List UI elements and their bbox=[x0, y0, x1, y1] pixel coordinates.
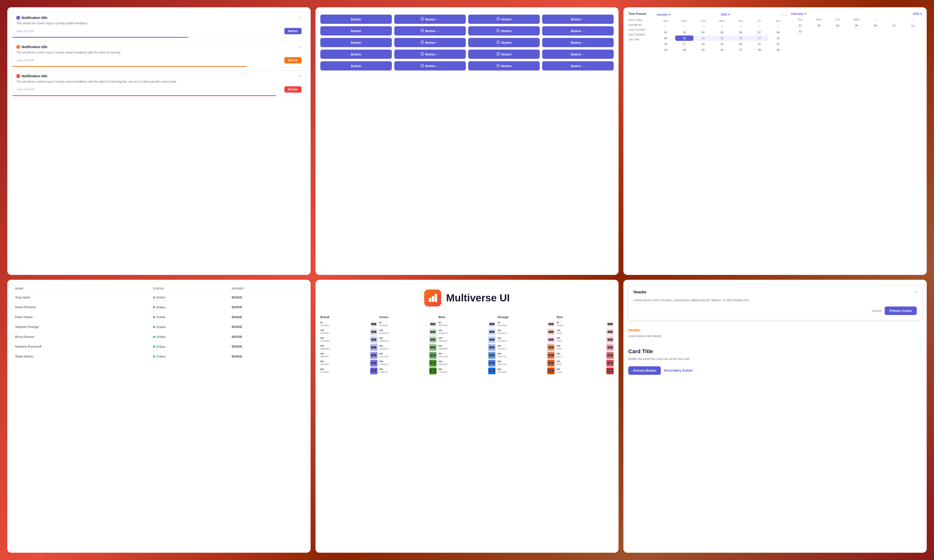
calendar-day[interactable]: 02 bbox=[810, 23, 828, 28]
notif-body: This should be a brief copy to convey sy… bbox=[16, 80, 302, 84]
notif-close-btn[interactable]: × bbox=[299, 16, 301, 20]
button-item[interactable]: Button → bbox=[542, 49, 613, 59]
color-swatch: 600 #1570EB AAA bbox=[439, 368, 496, 374]
swatch-info: 300 #F4A... bbox=[556, 345, 564, 350]
calendar-day[interactable]: 03 bbox=[829, 23, 847, 28]
calendar-day[interactable]: 09 bbox=[657, 35, 675, 41]
button-item[interactable]: Button → bbox=[542, 26, 613, 35]
calendar-day[interactable]: 19 bbox=[713, 41, 731, 47]
aaa-badge: AAA bbox=[489, 362, 495, 364]
calendar-day[interactable]: 14 bbox=[751, 35, 769, 41]
button-item[interactable]: ⓘ Button → bbox=[394, 26, 466, 35]
button-item[interactable]: Button bbox=[321, 49, 392, 59]
logo-section: Multiverse UI bbox=[321, 285, 614, 311]
left-month-selector[interactable]: January ▾ bbox=[657, 13, 670, 16]
card-primary-button[interactable]: Primary Button bbox=[628, 366, 661, 375]
calendar-day[interactable]: 10 bbox=[675, 35, 694, 41]
button-item[interactable]: Button → bbox=[542, 38, 613, 47]
right-month-selector[interactable]: February ▾ bbox=[791, 12, 806, 15]
button-item[interactable]: ⓘ Button bbox=[468, 49, 540, 59]
time-preset-item[interactable]: Last 3 months bbox=[628, 27, 653, 32]
calendar-day[interactable]: 27 bbox=[732, 47, 750, 52]
calendar-day[interactable]: 12 bbox=[713, 35, 731, 41]
button-item[interactable]: ⓘ Button → bbox=[394, 61, 466, 71]
button-item[interactable]: Button bbox=[321, 38, 392, 47]
notif-action-btn[interactable]: Button bbox=[284, 28, 302, 34]
card-secondary-button[interactable]: Secondary Action bbox=[664, 368, 693, 372]
calendar-day[interactable]: 12 bbox=[791, 29, 809, 34]
calendar-day[interactable]: 17 bbox=[675, 41, 694, 47]
calendar-day[interactable]: 28 bbox=[751, 47, 769, 52]
calendar-day[interactable]: 29 bbox=[713, 24, 731, 29]
notif-close-btn[interactable]: × bbox=[299, 74, 301, 78]
calendar-day[interactable]: 04 bbox=[694, 30, 712, 35]
calendar-day[interactable]: 28 bbox=[694, 24, 712, 29]
swatch-info: 600 #7063E4 bbox=[321, 368, 329, 374]
button-item[interactable]: ⓘ Button bbox=[468, 61, 540, 71]
calendar-day[interactable]: 27 bbox=[675, 24, 694, 29]
cancel-button[interactable]: Cancel bbox=[872, 309, 882, 312]
button-item[interactable]: Button → bbox=[542, 15, 613, 24]
calendar-day[interactable]: 04 bbox=[848, 23, 866, 28]
data-table: NAMESTATUSHEADER Tony Stark Online BADGE… bbox=[12, 285, 306, 362]
calendar-day[interactable]: 01 bbox=[769, 24, 788, 29]
swatch-box: AAA bbox=[547, 352, 555, 359]
calendar-day[interactable]: 09 bbox=[866, 23, 885, 28]
calendar-day[interactable]: 29 bbox=[769, 47, 788, 52]
calendar-day[interactable]: 01 bbox=[791, 23, 809, 28]
time-preset-item[interactable]: Last 7 Days bbox=[628, 17, 653, 22]
button-item[interactable]: Button bbox=[321, 26, 392, 35]
button-item[interactable]: ⓘ Button → bbox=[394, 38, 466, 47]
calendar-day[interactable]: 22 bbox=[769, 41, 788, 47]
left-year-selector[interactable]: 2022 ▾ bbox=[721, 13, 730, 16]
time-preset-item[interactable]: Last 6 Months bbox=[628, 32, 653, 37]
button-item[interactable]: ⓘ Button bbox=[468, 26, 540, 35]
calendar-day[interactable]: 16 bbox=[657, 41, 675, 47]
notif-action-btn[interactable]: Button bbox=[284, 86, 302, 92]
calendar-day[interactable]: 13 bbox=[732, 35, 750, 41]
time-preset-item[interactable]: Last Month bbox=[628, 22, 653, 27]
color-swatch: 50 #F4F4FA AAA bbox=[321, 321, 378, 328]
button-item[interactable]: Button bbox=[321, 61, 392, 71]
calendar-day[interactable]: 26 bbox=[866, 17, 885, 22]
prev-month-btn[interactable]: ‹ bbox=[780, 12, 783, 17]
button-item[interactable]: Button → bbox=[542, 61, 613, 71]
calendar-day[interactable]: 23 bbox=[657, 47, 675, 52]
calendar-day[interactable]: 10 bbox=[885, 23, 903, 28]
calendar-day[interactable]: 24 bbox=[675, 47, 694, 52]
calendar-day[interactable]: 30 bbox=[732, 24, 750, 29]
calendar-day[interactable]: 20 bbox=[732, 41, 750, 47]
calendar-day[interactable]: 26 bbox=[713, 47, 731, 52]
button-item[interactable]: ⓘ Button → bbox=[394, 49, 466, 59]
calendar-day[interactable]: 28 bbox=[903, 17, 922, 22]
calendar-day[interactable]: 11 bbox=[903, 23, 922, 28]
button-item[interactable]: ⓘ Button → bbox=[394, 15, 466, 24]
calendar-day[interactable]: 25 bbox=[694, 47, 712, 52]
calendar-day[interactable]: 05 bbox=[713, 30, 731, 35]
button-item[interactable]: Button bbox=[321, 15, 392, 24]
dialog-close-btn[interactable]: × bbox=[914, 290, 917, 295]
notif-close-btn[interactable]: × bbox=[299, 45, 301, 49]
aaa-badge: AAA bbox=[549, 331, 553, 333]
calendar-day[interactable]: 08 bbox=[769, 30, 788, 35]
calendar-day[interactable]: 27 bbox=[885, 17, 903, 22]
calendar-day[interactable]: 07 bbox=[751, 30, 769, 35]
calendar-day[interactable]: 18 bbox=[694, 41, 712, 47]
calendar-day[interactable]: 11 bbox=[694, 35, 712, 41]
calendar-day[interactable]: 31 bbox=[751, 24, 769, 29]
primary-action-button[interactable]: Primary Action bbox=[885, 306, 917, 315]
calendar-day[interactable]: 02 bbox=[657, 30, 675, 35]
calendar-day[interactable]: 21 bbox=[751, 41, 769, 47]
calendar-day[interactable]: 26 bbox=[657, 24, 675, 29]
button-item[interactable]: ⓘ Button bbox=[468, 15, 540, 24]
next-month-btn[interactable]: › bbox=[784, 12, 788, 17]
calendar-day[interactable]: 06 bbox=[732, 30, 750, 35]
notif-action-btn[interactable]: Button bbox=[284, 57, 302, 63]
time-preset-item[interactable]: Last Year bbox=[628, 37, 653, 42]
calendar-nav[interactable]: ‹ › bbox=[780, 12, 787, 17]
button-item[interactable]: ⓘ Button bbox=[468, 38, 540, 47]
swatch-box: AAA bbox=[429, 352, 436, 359]
calendar-day[interactable]: 15 bbox=[769, 35, 788, 41]
calendar-day[interactable]: 03 bbox=[675, 30, 694, 35]
right-year-selector[interactable]: 2022 ▾ bbox=[913, 12, 922, 15]
